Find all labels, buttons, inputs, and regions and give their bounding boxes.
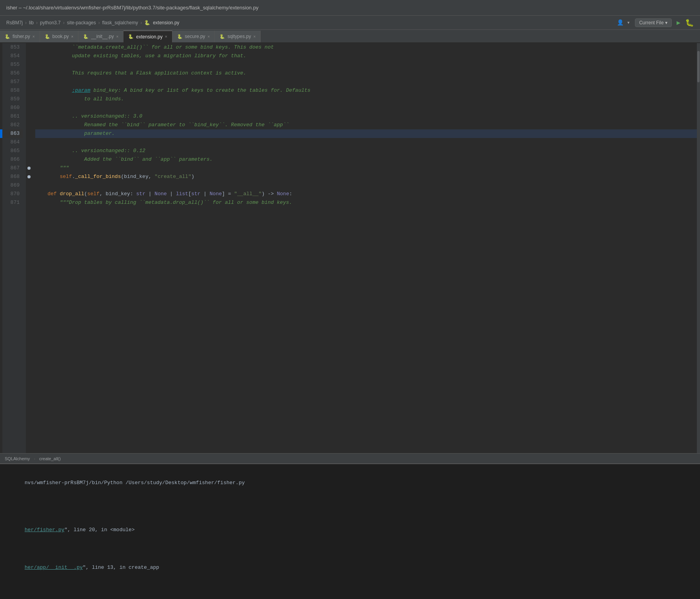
terminal-content[interactable]: nvs/wmfisher-prRsBM7j/bin/Python /Users/… [0, 464, 700, 599]
gutter-856 [26, 69, 32, 78]
line-num-859: 859 [2, 95, 23, 103]
gutter-864 [26, 138, 32, 147]
line-num-865: 865 [2, 147, 23, 155]
code-line-871: """Drop tables by calling ``metadata.dro… [35, 198, 697, 207]
current-file-button[interactable]: Current File ▾ [635, 18, 672, 27]
terminal-link-init[interactable]: her/app/__init__.py [25, 565, 83, 570]
current-file-label: Current File [639, 20, 664, 25]
gutter-866 [26, 155, 32, 164]
line-num-855: 855 [2, 60, 23, 69]
code-line-856: This requires that a Flask application c… [35, 69, 697, 78]
tab-icon-sqltypes: 🐍 [219, 34, 225, 39]
tab-extension-py[interactable]: 🐍 extension.py × [123, 31, 172, 42]
gutter-871 [26, 198, 32, 207]
breadcrumb-item-3[interactable]: site-packages [67, 20, 96, 25]
status-breadcrumb-right: create_all() [39, 456, 61, 461]
code-line-860 [35, 103, 697, 112]
terminal-link-fisher[interactable]: her/fisher.py [25, 527, 64, 533]
gutter-854 [26, 52, 32, 60]
code-line-858: :param bind_key: A bind key or list of k… [35, 86, 697, 95]
line-num-858: 858 [2, 86, 23, 95]
tab-icon-extension: 🐍 [128, 34, 134, 39]
line-num-871: 871 [2, 198, 23, 207]
tab-close-secure[interactable]: × [208, 34, 210, 39]
tab-label-sqltypes: sqltypes.py [227, 34, 251, 39]
breadcrumb-item-1[interactable]: lib [29, 20, 34, 25]
line-num-854: 854 [2, 52, 23, 60]
code-line-862: Renamed the ``bind`` parameter to ``bind… [35, 121, 697, 129]
left-margin [0, 43, 2, 453]
code-line-865: .. versionchanged:: 0.12 [35, 147, 697, 155]
line-num-870: 870 [2, 190, 23, 198]
tab-close-fisher[interactable]: × [33, 34, 35, 39]
tab-secure-py[interactable]: 🐍 secure.py × [172, 31, 215, 42]
tab-book-py[interactable]: 🐍 book.py × [40, 31, 79, 42]
vertical-scrollbar[interactable] [697, 43, 700, 453]
status-breadcrumb-left: SQLAlchemy [5, 456, 30, 461]
line-num-863: 863 [2, 129, 23, 138]
terminal-line-2 [6, 506, 694, 516]
debug-icon[interactable]: 🐛 [685, 18, 694, 27]
tab-icon-secure: 🐍 [177, 34, 183, 39]
breadcrumb: RsBM7j › lib › python3.7 › site-packages… [6, 20, 180, 25]
bookmark-868 [27, 175, 31, 178]
breadcrumb-item-5[interactable]: extension.py [153, 20, 179, 25]
terminal-panel: nvs/wmfisher-prRsBM7j/bin/Python /Users/… [0, 463, 700, 599]
breadcrumb-item-4[interactable]: flask_sqlalchemy [102, 20, 138, 25]
line-num-867: 867 [2, 164, 23, 172]
gutter-853 [26, 43, 32, 52]
tab-sqltypes-py[interactable]: 🐍 sqltypes.py × [215, 31, 261, 42]
status-bar: SQLAlchemy › create_all() [0, 453, 700, 463]
user-icon[interactable]: 👤 ▾ [617, 19, 630, 26]
line-num-864: 864 [2, 138, 23, 147]
tab-fisher-py[interactable]: 🐍 fisher.py × [0, 31, 40, 42]
tab-close-sqltypes[interactable]: × [253, 34, 256, 39]
terminal-cmd-0: nvs/wmfisher-prRsBM7j/bin/Python /Users/… [25, 480, 245, 486]
breadcrumb-item-2[interactable]: python3.7 [40, 20, 61, 25]
code-line-864 [35, 138, 697, 147]
code-line-853: ``metadata.create_all()`` for all or som… [35, 43, 697, 52]
code-line-861: .. versionchanged:: 3.0 [35, 112, 697, 121]
tab-label-extension: extension.py [136, 34, 162, 40]
code-line-857 [35, 78, 697, 86]
code-section: 853 854 855 856 857 858 859 860 861 862 … [0, 43, 700, 453]
title-bar: isher – ~/.local/share/virtualenvs/wmfis… [0, 0, 700, 16]
line-num-866: 866 [2, 155, 23, 164]
gutter-863 [26, 129, 32, 138]
gutter-857 [26, 78, 32, 86]
line-num-860: 860 [2, 103, 23, 112]
gutter-markers [26, 43, 32, 453]
line-num-853: 853 [2, 43, 23, 52]
line-num-862: 862 [2, 121, 23, 129]
bookmark-867 [27, 167, 31, 170]
code-line-863: parameter. [35, 129, 697, 138]
gutter-869 [26, 181, 32, 190]
tab-icon-fisher: 🐍 [5, 34, 10, 39]
terminal-line-4 [6, 544, 694, 554]
terminal-line-0: nvs/wmfisher-prRsBM7j/bin/Python /Users/… [6, 469, 694, 497]
gutter-870 [26, 190, 32, 198]
code-line-855 [35, 60, 697, 69]
gutter-862 [26, 121, 32, 129]
tab-label-secure: secure.py [185, 34, 205, 39]
tab-label-init: __init__.py [91, 34, 114, 39]
code-line-866: Added the ``bind`` and ``app`` parameter… [35, 155, 697, 164]
terminal-line-6 [6, 582, 694, 591]
run-icon[interactable]: ▶ [676, 19, 680, 27]
tab-icon-book: 🐍 [45, 34, 50, 39]
code-line-867: """ [35, 164, 697, 172]
breadcrumb-right: 👤 ▾ Current File ▾ ▶ 🐛 [617, 18, 694, 27]
code-content[interactable]: ``metadata.create_all()`` for all or som… [32, 43, 697, 453]
title-bar-text: isher – ~/.local/share/virtualenvs/wmfis… [6, 5, 258, 11]
gutter-865 [26, 147, 32, 155]
tab-close-book[interactable]: × [71, 34, 74, 39]
breadcrumb-item-0[interactable]: RsBM7j [6, 20, 23, 25]
tab-close-init[interactable]: × [116, 34, 118, 39]
gutter-855 [26, 60, 32, 69]
scrollbar-thumb[interactable] [697, 51, 700, 82]
tab-init-py[interactable]: 🐍 __init__.py × [78, 31, 123, 42]
tab-close-extension[interactable]: × [165, 34, 167, 39]
tabs-bar: 🐍 fisher.py × 🐍 book.py × 🐍 __init__.py … [0, 30, 700, 43]
line-num-856: 856 [2, 69, 23, 78]
terminal-line-5: her/app/__init__.py", line 13, in create… [6, 554, 694, 582]
